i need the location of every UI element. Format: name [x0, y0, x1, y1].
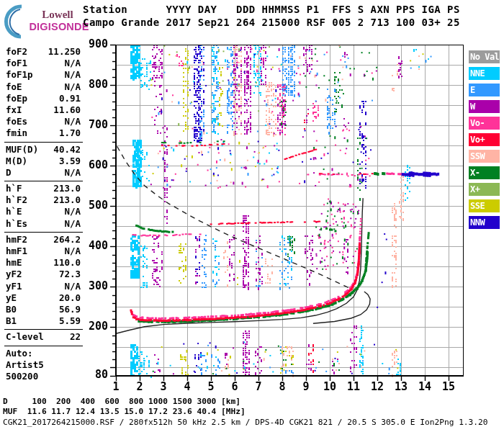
param-row: hmF2264.2 [6, 234, 81, 246]
param-value: 213.0 [53, 183, 81, 194]
legend-item-nnw: NNW [469, 216, 500, 229]
param-row: foEN/A [6, 81, 81, 93]
panel-separator [6, 230, 81, 234]
param-row: fxI11.60 [6, 104, 81, 116]
legend-item-nne: NNE [469, 67, 500, 80]
param-label: B0 [6, 304, 17, 315]
panel-separator [6, 140, 81, 144]
header-text: Station YYYY DAY DDD HHMMSS P1 FFS S AXN… [83, 4, 460, 29]
param-label: MUF(D) [6, 144, 38, 156]
param-value: 40.42 [53, 144, 81, 156]
param-label: yE [6, 292, 17, 304]
legend-item-sse: SSE [469, 199, 500, 212]
param-value: 11.250 [48, 46, 81, 58]
param-label: hmF1 [6, 246, 27, 257]
auto-status-line: Artist5 [6, 359, 81, 371]
param-value: N/A [64, 58, 81, 69]
legend-item-w: W [469, 100, 500, 113]
legend-item-ssw: SSW [469, 150, 500, 163]
param-value: N/A [64, 218, 81, 230]
param-value: N/A [64, 246, 81, 257]
panel-separator [6, 343, 81, 348]
param-label: h`E [6, 206, 22, 217]
param-label: foEp [6, 93, 27, 104]
param-row: fmin1.70 [6, 127, 81, 139]
param-label: yF2 [6, 269, 22, 280]
lowell-digisonde-logo: Lowell DIGISONDE [4, 3, 94, 36]
param-row: foF1N/A [6, 58, 81, 69]
param-row: h`EsN/A [6, 218, 81, 230]
param-value: N/A [64, 167, 81, 179]
param-label: hmE [6, 257, 22, 269]
param-row: hmE110.0 [6, 257, 81, 269]
param-label: foF2 [6, 46, 27, 58]
param-label: B1 [6, 315, 17, 327]
param-row: h`F2213.0 [6, 194, 81, 206]
param-row: h`F213.0 [6, 183, 81, 194]
param-row: yF1N/A [6, 281, 81, 292]
param-row: yF272.3 [6, 269, 81, 280]
header-line2: Campo Grande 2017 Sep21 264 215000 RSF 0… [83, 17, 460, 28]
param-value: 72.3 [59, 269, 81, 280]
param-row: MUF(D)40.42 [6, 144, 81, 156]
panel-separator [6, 327, 81, 331]
param-row: foEp0.91 [6, 93, 81, 104]
param-label: D [6, 167, 12, 179]
param-value: 0.91 [59, 93, 81, 104]
param-row: yE20.0 [6, 292, 81, 304]
param-row: foF1pN/A [6, 69, 81, 81]
logo-text-lowell: Lowell [26, 9, 89, 21]
param-value: 213.0 [53, 194, 81, 206]
param-label: foF1p [6, 69, 33, 81]
param-row: foF211.250 [6, 46, 81, 58]
muf-table: D 100 200 400 600 800 1000 1500 3000 [km… [3, 397, 246, 417]
param-label: h`F2 [6, 194, 27, 206]
legend-item-e: E [469, 84, 500, 96]
d-row: D 100 200 400 600 800 1000 1500 3000 [km… [3, 397, 240, 406]
param-label: foE [6, 81, 22, 93]
param-label: fmin [6, 127, 27, 139]
param-value: 56.9 [59, 304, 81, 315]
param-row: foEsN/A [6, 116, 81, 127]
param-row: M(D)3.59 [6, 156, 81, 167]
legend-item-noval: No Val [469, 50, 500, 63]
param-label: yF1 [6, 281, 22, 292]
param-row: hmF1N/A [6, 246, 81, 257]
param-value: N/A [64, 81, 81, 93]
param-label: foF1 [6, 58, 27, 69]
auto-status-line: 500200 [6, 371, 81, 382]
param-row: C-level22 [6, 331, 81, 343]
legend-item-vo-: Vo- [469, 117, 500, 130]
parameter-panel: foF211.250foF1N/AfoF1pN/AfoEN/AfoEp0.91f… [6, 46, 81, 382]
param-label: C-level [6, 331, 44, 343]
direction-legend: No ValNNEEWVo-Vo+SSWX-X+SSENNW [469, 50, 500, 233]
param-label: foEs [6, 116, 27, 127]
muf-row: MUF 11.6 11.7 12.4 13.5 15.0 17.2 23.6 4… [3, 407, 246, 416]
legend-item-x+: X+ [469, 183, 500, 196]
file-info-line: CGK21_2017264215000.RSF / 280fx512h 50 k… [3, 418, 488, 427]
param-value: 20.0 [59, 292, 81, 304]
legend-item-vo+: Vo+ [469, 133, 500, 146]
param-label: fxI [6, 104, 22, 116]
param-value: N/A [64, 69, 81, 81]
param-row: B056.9 [6, 304, 81, 315]
param-value: 264.2 [53, 234, 81, 246]
param-value: N/A [64, 206, 81, 217]
param-value: N/A [64, 281, 81, 292]
param-value: 110.0 [53, 257, 81, 269]
panel-separator [6, 179, 81, 183]
header-line1: Station YYYY DAY DDD HHMMSS P1 FFS S AXN… [83, 4, 460, 15]
legend-item-x-: X- [469, 166, 500, 179]
param-value: 11.60 [53, 104, 81, 116]
auto-status-line: Auto: [6, 348, 81, 359]
param-label: hmF2 [6, 234, 27, 246]
param-value: 5.59 [59, 315, 81, 327]
param-label: h`F [6, 183, 22, 194]
param-row: DN/A [6, 167, 81, 179]
param-row: B15.59 [6, 315, 81, 327]
param-label: h`Es [6, 218, 27, 230]
param-value: 1.70 [59, 127, 81, 139]
param-value: N/A [64, 116, 81, 127]
param-value: 3.59 [59, 156, 81, 167]
param-value: 22 [70, 331, 81, 343]
